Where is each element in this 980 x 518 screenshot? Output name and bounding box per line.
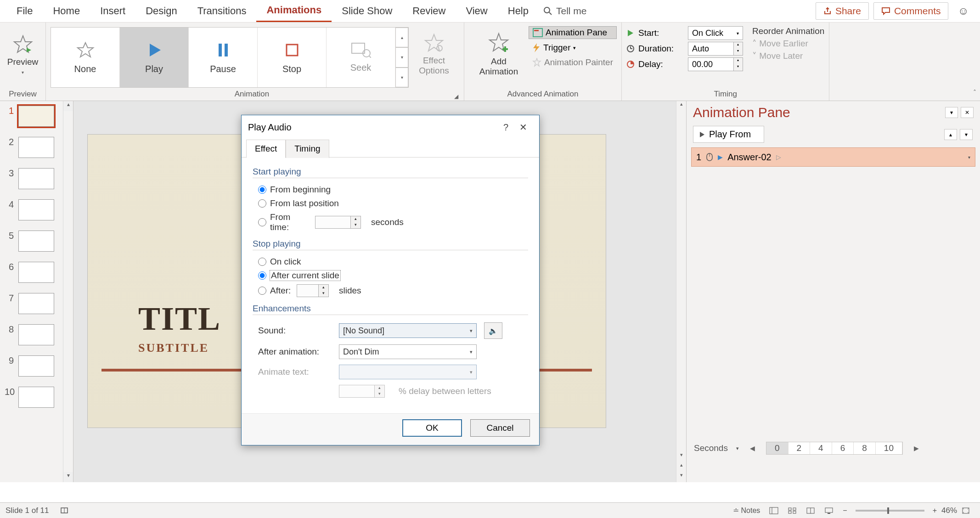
sound-dropdown[interactable]: [No Sound]▾ xyxy=(339,323,477,338)
timeline-ruler[interactable]: 0 2 4 6 8 10 xyxy=(766,442,903,455)
from-time-field[interactable]: ▴▾ xyxy=(315,216,361,229)
close-pane-icon[interactable]: ✕ xyxy=(961,107,974,118)
move-later-button[interactable]: ˅ Move Later xyxy=(752,51,824,61)
effect-options-button[interactable]: Effect Options xyxy=(409,24,459,84)
tab-design[interactable]: Design xyxy=(135,0,187,22)
anim-stop[interactable]: Stop xyxy=(258,28,327,87)
normal-view-icon[interactable] xyxy=(765,507,783,514)
duration-field[interactable]: Auto xyxy=(688,42,734,56)
tab-help[interactable]: Help xyxy=(498,0,539,22)
duration-spinner[interactable]: ▴▾ xyxy=(734,42,743,56)
radio-from-time-input[interactable] xyxy=(258,218,266,226)
dialog-tab-effect[interactable]: Effect xyxy=(246,140,286,158)
radio-from-last[interactable]: From last position xyxy=(253,197,528,210)
next-slide-icon[interactable]: ▾ xyxy=(676,472,686,482)
animation-pane-toggle[interactable]: Animation Pane xyxy=(529,26,617,39)
zoom-out-icon[interactable]: − xyxy=(838,507,851,515)
thumbs-scrollbar[interactable]: ▴ ▾ xyxy=(63,101,73,482)
reorder-down-icon[interactable]: ▾ xyxy=(960,129,973,140)
trigger-button[interactable]: Trigger ▾ xyxy=(529,42,617,54)
comments-button[interactable]: Comments xyxy=(873,2,949,20)
reading-view-icon[interactable] xyxy=(801,507,820,514)
sound-preview-icon[interactable]: 🔈 xyxy=(484,322,502,339)
tab-review[interactable]: Review xyxy=(402,0,456,22)
move-earlier-button[interactable]: ˄ Move Earlier xyxy=(752,38,824,49)
start-dropdown[interactable]: On Click▾ xyxy=(688,26,743,40)
thumb-6[interactable] xyxy=(18,262,54,283)
slideshow-view-icon[interactable] xyxy=(820,507,838,514)
close-icon[interactable]: ✕ xyxy=(514,120,533,135)
canvas-scrollbar-v[interactable]: ▴ ▾ ▴ ▾ xyxy=(676,101,686,482)
timeline-prev-icon[interactable]: ◀ xyxy=(747,445,758,452)
help-icon[interactable]: ? xyxy=(498,120,514,135)
thumb-7[interactable] xyxy=(18,293,54,314)
tab-insert[interactable]: Insert xyxy=(90,0,135,22)
svg-rect-18 xyxy=(534,30,539,31)
radio-on-click-input[interactable] xyxy=(258,258,266,266)
thumb-4[interactable] xyxy=(18,199,54,220)
thumb-3[interactable] xyxy=(18,168,54,189)
animate-text-dropdown[interactable]: ▾ xyxy=(339,365,477,379)
spellcheck-icon[interactable] xyxy=(56,507,74,515)
radio-on-click[interactable]: On click xyxy=(253,255,528,269)
pane-menu-icon[interactable]: ▾ xyxy=(945,107,958,118)
radio-from-last-input[interactable] xyxy=(258,199,266,208)
anim-play[interactable]: Play xyxy=(120,28,189,87)
feedback-smiley-icon[interactable]: ☺ xyxy=(953,5,974,17)
zoom-percent[interactable]: 46% xyxy=(941,506,957,515)
sorter-view-icon[interactable] xyxy=(783,507,801,514)
delay-letters-field[interactable]: ▴▾ xyxy=(339,385,385,398)
thumb-1[interactable] xyxy=(18,106,54,127)
scroll-down-icon[interactable]: ▾ xyxy=(676,452,686,462)
tab-view[interactable]: View xyxy=(456,0,497,22)
fit-window-icon[interactable] xyxy=(957,507,974,514)
radio-from-beginning[interactable]: From beginning xyxy=(253,183,528,197)
add-animation-button[interactable]: Add Animation xyxy=(469,24,529,84)
thumb-9[interactable] xyxy=(18,355,54,377)
tell-me[interactable]: Tell me xyxy=(539,1,591,21)
seconds-label[interactable]: Seconds xyxy=(694,443,728,453)
delay-spinner[interactable]: ▴▾ xyxy=(734,57,743,71)
share-button[interactable]: Share xyxy=(816,2,869,20)
reorder-up-icon[interactable]: ▴ xyxy=(944,129,957,140)
zoom-slider[interactable] xyxy=(856,510,924,512)
scroll-down-icon[interactable]: ▾ xyxy=(63,472,73,482)
zoom-in-icon[interactable]: + xyxy=(928,507,941,515)
anim-item-menu-icon[interactable]: ▾ xyxy=(968,155,970,160)
radio-after-current[interactable]: After current slide xyxy=(253,269,528,282)
collapse-ribbon-icon[interactable]: ˄ xyxy=(973,89,976,96)
after-animation-dropdown[interactable]: Don't Dim▾ xyxy=(339,344,477,359)
tab-slideshow[interactable]: Slide Show xyxy=(332,0,402,22)
animation-list-item[interactable]: 1 ▶ Answer-02 ▷ ▾ xyxy=(691,147,975,167)
radio-from-beginning-input[interactable] xyxy=(258,186,266,194)
preview-button[interactable]: Preview ▾ xyxy=(5,24,41,84)
tab-file[interactable]: File xyxy=(6,0,43,22)
after-slides-field[interactable]: ▴▾ xyxy=(297,284,329,297)
tab-transitions[interactable]: Transitions xyxy=(187,0,257,22)
animation-painter-button[interactable]: Animation Painter xyxy=(529,56,617,68)
anim-none[interactable]: None xyxy=(51,28,120,87)
play-from-button[interactable]: Play From xyxy=(693,126,764,143)
radio-after-current-input[interactable] xyxy=(258,271,266,280)
gallery-spinner[interactable]: ▴▾▾ xyxy=(395,28,408,87)
thumb-10[interactable] xyxy=(18,387,54,408)
move-earlier-label: Move Earlier xyxy=(759,39,808,48)
anim-pause[interactable]: Pause xyxy=(189,28,258,87)
scroll-up-icon[interactable]: ▴ xyxy=(676,101,686,111)
cancel-button[interactable]: Cancel xyxy=(470,419,530,437)
tab-home[interactable]: Home xyxy=(43,0,90,22)
notes-button[interactable]: ≐Notes xyxy=(728,506,765,515)
timeline-next-icon[interactable]: ▶ xyxy=(911,445,922,452)
delay-field[interactable]: 00.00 xyxy=(688,57,734,71)
dialog-launcher-icon[interactable]: ◢ xyxy=(453,93,459,101)
ok-button[interactable]: OK xyxy=(402,419,462,437)
scroll-up-icon[interactable]: ▴ xyxy=(63,101,73,111)
anim-seek[interactable]: Seek xyxy=(327,28,395,87)
thumb-5[interactable] xyxy=(18,231,54,252)
thumb-2[interactable] xyxy=(18,137,54,158)
prev-slide-icon[interactable]: ▴ xyxy=(676,462,686,472)
tab-animations[interactable]: Animations xyxy=(256,0,332,23)
dialog-tab-timing[interactable]: Timing xyxy=(286,140,329,158)
radio-after-n-input[interactable] xyxy=(258,287,266,295)
thumb-8[interactable] xyxy=(18,324,54,345)
